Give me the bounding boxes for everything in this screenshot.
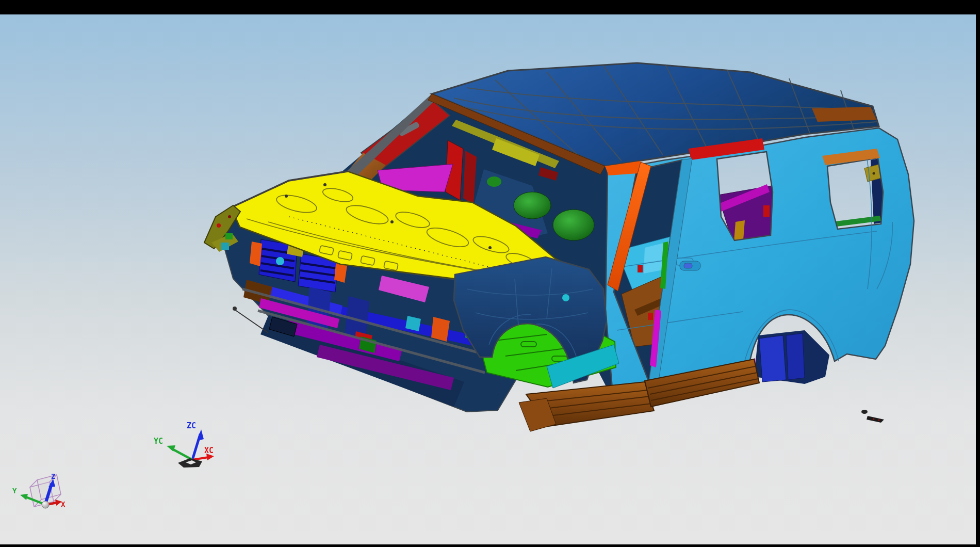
- right-black-bar: [976, 0, 980, 547]
- seat-back: [553, 210, 594, 240]
- view-x-label: X: [61, 500, 66, 508]
- bottom-black-bar: [0, 544, 980, 547]
- model-canvas[interactable]: ZC YC XC Z Y X: [0, 0, 980, 547]
- cad-application-window: ZC YC XC Z Y X: [0, 0, 980, 547]
- wcs-triad[interactable]: ZC YC XC: [154, 421, 214, 468]
- view-z-label: Z: [51, 472, 55, 480]
- rear-wheelhouse[interactable]: [748, 330, 829, 384]
- wcs-z-label: ZC: [187, 421, 196, 430]
- roof-rail-rear-brown[interactable]: [812, 107, 876, 122]
- detached-parts[interactable]: [861, 410, 884, 423]
- top-black-bar: [0, 0, 980, 14]
- view-orientation-triad[interactable]: Z Y X: [12, 472, 66, 508]
- seat-back: [514, 192, 551, 219]
- wcs-x-label: XC: [204, 446, 214, 455]
- wheelhouse: [759, 335, 786, 382]
- wcs-y-label: YC: [154, 437, 163, 446]
- door-handle-recess[interactable]: [680, 261, 700, 270]
- view-y-label: Y: [12, 487, 17, 495]
- d-pillar-inner-parts[interactable]: [831, 158, 885, 227]
- orientation-ball: [42, 501, 49, 508]
